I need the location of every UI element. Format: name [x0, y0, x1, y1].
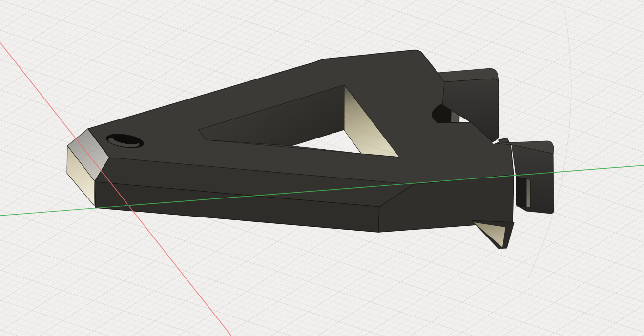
clip-recess-shadow	[516, 177, 526, 207]
clip-recess-inner-face	[526, 178, 530, 208]
cad-viewport-canvas[interactable]	[0, 0, 644, 336]
origin-point[interactable]	[127, 204, 130, 207]
cad-viewport[interactable]	[0, 0, 644, 336]
